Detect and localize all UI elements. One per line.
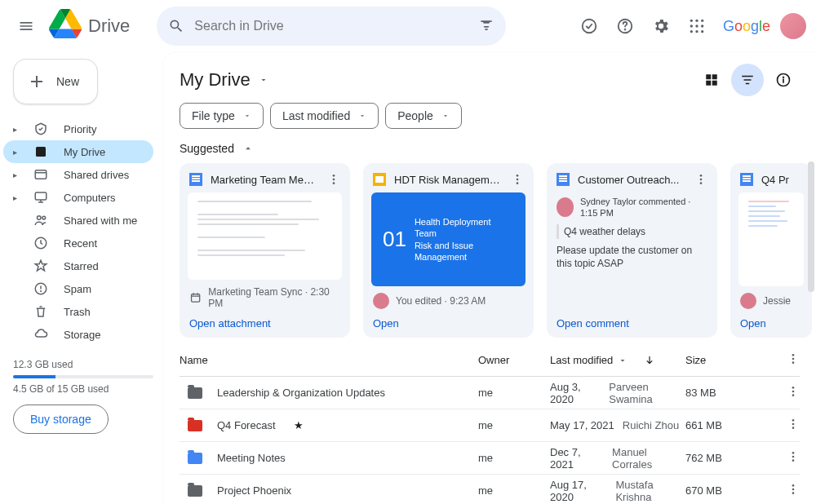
svg-point-22 — [333, 175, 335, 177]
svg-point-24 — [333, 182, 335, 184]
storage-used: 12.3 GB used — [13, 359, 153, 370]
table-row[interactable]: Leadership & Organization UpdatesmeAug 3… — [180, 377, 800, 409]
svg-point-41 — [792, 452, 795, 454]
row-more-button[interactable] — [775, 418, 800, 433]
svg-rect-13 — [35, 170, 47, 179]
page-title[interactable]: My Drive — [180, 69, 268, 91]
suggested-section-toggle[interactable]: Suggested — [163, 139, 816, 163]
card-thumbnail: 01 Health Deployment TeamRisk and Issue … — [371, 192, 526, 286]
card-title: HDT Risk Management — [394, 174, 503, 186]
chevron-down-icon — [243, 112, 251, 120]
svg-point-16 — [42, 216, 46, 219]
view-filter-button[interactable] — [731, 64, 764, 96]
more-icon[interactable] — [694, 173, 707, 186]
suggested-card[interactable]: Q4 Pr Jessie Open — [730, 163, 812, 338]
svg-point-43 — [792, 459, 795, 462]
google-logo: Google — [723, 18, 770, 35]
sidebar-item-shared-drives[interactable]: ▸Shared drives — [3, 163, 153, 186]
ready-offline-icon[interactable] — [573, 10, 605, 42]
svg-point-15 — [38, 216, 42, 220]
chevron-right-icon: ▸ — [13, 170, 21, 179]
avatar — [740, 293, 756, 309]
sidebar-item-recent[interactable]: Recent — [3, 232, 153, 254]
svg-point-10 — [695, 30, 698, 33]
svg-point-37 — [792, 394, 795, 396]
apps-icon[interactable] — [681, 10, 713, 42]
table-row[interactable]: Meeting NotesmeDec 7, 2021 Manuel Corral… — [180, 442, 800, 475]
sidebar-item-shared-with-me[interactable]: Shared with me — [3, 209, 153, 232]
table-row[interactable]: Q4 Forecast★meMay 17, 2021 Ruichi Zhou66… — [180, 409, 800, 442]
card-thumbnail — [188, 192, 342, 280]
scrollbar[interactable] — [808, 161, 814, 292]
sort-arrow-down-icon[interactable] — [644, 355, 655, 366]
buy-storage-button[interactable]: Buy storage — [13, 405, 109, 434]
sidebar-item-spam[interactable]: Spam — [3, 277, 153, 300]
column-owner[interactable]: Owner — [478, 354, 550, 366]
card-title: Q4 Pr — [761, 174, 802, 186]
sidebar-item-my-drive[interactable]: ▸My Drive — [3, 140, 153, 163]
row-more-button[interactable] — [775, 483, 800, 498]
plus-icon — [27, 72, 47, 91]
comment-subject: Q4 weather delays — [557, 224, 707, 239]
svg-rect-14 — [35, 192, 47, 200]
filter-chip-last-modified[interactable]: Last modified — [270, 103, 379, 129]
search-input[interactable] — [194, 19, 468, 33]
svg-point-8 — [701, 24, 703, 27]
main-menu-button[interactable] — [10, 10, 42, 42]
suggested-card[interactable]: Marketing Team Meetin... Marketing Team … — [180, 163, 350, 338]
svg-point-32 — [792, 354, 795, 356]
svg-point-5 — [701, 20, 703, 22]
column-menu[interactable] — [775, 352, 800, 368]
chevron-right-icon: ▸ — [13, 148, 21, 157]
card-thumbnail — [738, 192, 804, 286]
star-icon: ★ — [294, 419, 304, 431]
layout-grid-button[interactable] — [695, 64, 728, 96]
search-options-icon[interactable] — [478, 18, 494, 34]
chevron-down-icon — [358, 112, 366, 120]
chevron-right-icon: ▸ — [13, 125, 21, 134]
new-button[interactable]: New — [13, 59, 98, 104]
more-icon[interactable] — [327, 173, 340, 186]
svg-point-35 — [792, 387, 795, 389]
row-more-button[interactable] — [775, 450, 800, 466]
table-row[interactable]: Project PhoenixmeAug 17, 2020 Mustafa Kr… — [180, 475, 800, 504]
sidebar-item-storage[interactable]: Storage — [3, 323, 153, 346]
folder-icon — [188, 485, 202, 497]
card-title: Customer Outreach... — [578, 174, 686, 186]
filter-chip-file-type[interactable]: File type — [180, 103, 264, 129]
suggested-card[interactable]: Customer Outreach... Sydney Taylor comme… — [547, 163, 717, 338]
svg-point-3 — [690, 20, 693, 22]
drive-logo[interactable]: Drive — [49, 7, 130, 45]
suggested-card[interactable]: HDT Risk Management 01 Health Deployment… — [363, 163, 534, 338]
column-modified[interactable]: Last modified — [550, 354, 685, 366]
search-bar[interactable] — [157, 7, 506, 46]
svg-rect-12 — [36, 147, 46, 157]
card-action[interactable]: Open attachment — [188, 312, 342, 329]
column-size[interactable]: Size — [685, 354, 775, 366]
folder-icon — [188, 387, 202, 399]
filter-chip-people[interactable]: People — [385, 103, 462, 129]
svg-point-45 — [792, 489, 795, 491]
help-icon[interactable] — [609, 10, 641, 42]
info-button[interactable] — [767, 64, 800, 96]
sidebar-item-starred[interactable]: Starred — [3, 254, 153, 277]
more-icon[interactable] — [511, 173, 524, 186]
chevron-down-icon — [618, 356, 628, 365]
calendar-icon — [189, 291, 202, 304]
main-content: My Drive File typeLast modifiedPeople Su… — [163, 52, 816, 504]
row-more-button[interactable] — [775, 385, 800, 400]
svg-point-19 — [41, 291, 42, 292]
search-icon — [168, 18, 184, 34]
doc-icon — [557, 173, 570, 186]
card-action[interactable]: Open comment — [555, 312, 709, 329]
card-action[interactable]: Open — [738, 312, 804, 329]
settings-icon[interactable] — [645, 10, 677, 42]
sidebar-item-priority[interactable]: ▸Priority — [3, 117, 153, 140]
column-name[interactable]: Name — [180, 354, 478, 366]
sidebar-item-computers[interactable]: ▸Computers — [3, 186, 153, 209]
chevron-down-icon — [259, 75, 268, 85]
sidebar-item-trash[interactable]: Trash — [3, 300, 153, 323]
card-action[interactable]: Open — [371, 312, 526, 329]
account-avatar[interactable] — [780, 13, 806, 39]
svg-point-9 — [690, 30, 693, 33]
